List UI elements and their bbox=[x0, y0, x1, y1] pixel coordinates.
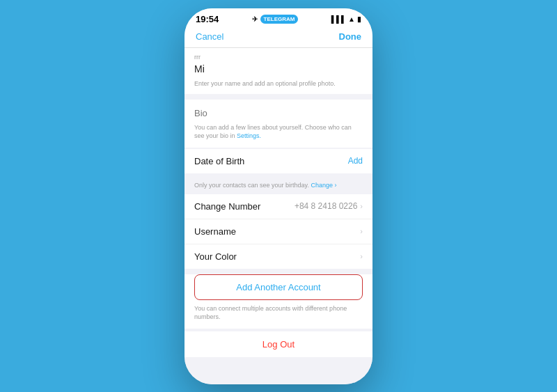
username-row[interactable]: Username › bbox=[185, 219, 372, 244]
name-label: rrr bbox=[194, 54, 363, 61]
bio-hint: You can add a few lines about yourself. … bbox=[194, 123, 363, 141]
done-button[interactable]: Done bbox=[339, 31, 362, 42]
status-bar: 19:54 ✈ TELEGRAM ▌▌▌ ▲ ▮ bbox=[185, 8, 372, 27]
your-color-label: Your Color bbox=[194, 251, 237, 262]
profile-section: rrr Enter your name and add an optional … bbox=[185, 48, 372, 94]
logout-section: Log Out bbox=[185, 331, 372, 357]
dob-row[interactable]: Date of Birth Add bbox=[185, 149, 372, 173]
chevron-icon: › bbox=[360, 202, 363, 210]
bio-input[interactable] bbox=[194, 108, 363, 118]
name-input[interactable] bbox=[194, 62, 363, 76]
telegram-badge: TELEGRAM bbox=[260, 15, 299, 24]
add-account-button[interactable]: Add Another Account bbox=[194, 274, 363, 300]
username-chevron-icon: › bbox=[360, 227, 363, 235]
change-number-value: +84 8 2418 0226 › bbox=[295, 201, 363, 211]
settings-link[interactable]: Settings. bbox=[237, 132, 261, 139]
change-number-row[interactable]: Change Number +84 8 2418 0226 › bbox=[185, 194, 372, 219]
battery-icon: ▮ bbox=[357, 15, 361, 23]
signal-icon: ▌▌▌ bbox=[331, 15, 346, 23]
settings-group: Change Number +84 8 2418 0226 › Username… bbox=[185, 194, 372, 269]
phone-container: 19:54 ✈ TELEGRAM ▌▌▌ ▲ ▮ Cancel Done rrr… bbox=[185, 8, 372, 384]
name-hint: Enter your name and add an optional prof… bbox=[194, 80, 363, 87]
telegram-icon: ✈ bbox=[252, 15, 258, 23]
dob-label: Date of Birth bbox=[194, 156, 244, 166]
birthday-hint: Only your contacts can see your birthday… bbox=[185, 179, 372, 194]
cancel-button[interactable]: Cancel bbox=[196, 31, 223, 42]
dob-section: Date of Birth Add bbox=[185, 149, 372, 173]
add-account-section: Add Another Account You can connect mult… bbox=[185, 274, 372, 329]
username-label: Username bbox=[194, 226, 236, 237]
status-icons: ▌▌▌ ▲ ▮ bbox=[331, 15, 361, 23]
add-account-hint: You can connect multiple accounts with d… bbox=[185, 300, 372, 329]
bio-section: You can add a few lines about yourself. … bbox=[185, 100, 372, 148]
nav-bar: Cancel Done bbox=[185, 27, 372, 48]
your-color-row[interactable]: Your Color › bbox=[185, 244, 372, 269]
wifi-icon: ▲ bbox=[348, 15, 355, 23]
dob-add-button[interactable]: Add bbox=[348, 156, 363, 166]
content-area: rrr Enter your name and add an optional … bbox=[185, 48, 372, 384]
phone-number: +84 8 2418 0226 bbox=[295, 201, 357, 211]
change-number-label: Change Number bbox=[194, 201, 260, 212]
status-center: ✈ TELEGRAM bbox=[252, 15, 299, 24]
color-chevron-icon: › bbox=[360, 252, 363, 260]
change-birthday-link[interactable]: Change › bbox=[311, 182, 336, 189]
logout-button[interactable]: Log Out bbox=[185, 331, 372, 357]
status-time: 19:54 bbox=[196, 14, 219, 24]
